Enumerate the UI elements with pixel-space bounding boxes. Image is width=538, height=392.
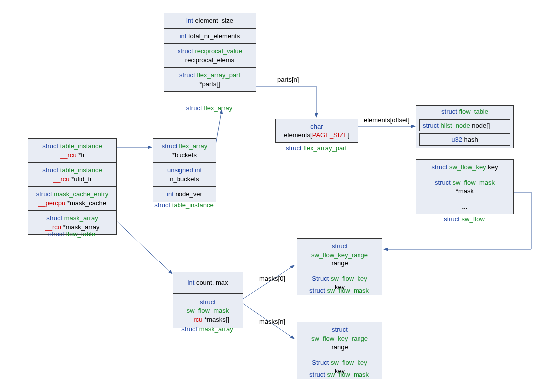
kw: struct xyxy=(441,108,457,115)
elements-offset-label: elements[offset] xyxy=(364,116,410,124)
type: hlist_node xyxy=(440,122,470,129)
kw: struct xyxy=(162,142,178,150)
sw-flow-caption: struct sw_flow xyxy=(416,215,513,223)
kw: struct xyxy=(435,179,451,186)
field: node_ver xyxy=(176,190,202,198)
kw: struct xyxy=(46,214,62,222)
field: *mask_array xyxy=(63,223,100,231)
kw: struct xyxy=(42,166,58,174)
kw: int xyxy=(188,279,195,286)
type: flex_array xyxy=(179,142,207,150)
kw: struct xyxy=(332,326,348,333)
sw-flow-mask-caption-2: struct sw_flow_mask xyxy=(297,371,381,378)
mask-array-caption: struct mask_array xyxy=(173,325,242,333)
kw: struct xyxy=(42,142,58,150)
table-instance-caption: struct table_instance xyxy=(143,201,225,209)
field: *parts[] xyxy=(199,80,220,88)
field: range xyxy=(331,260,348,267)
field: hash xyxy=(464,136,478,143)
kw: int xyxy=(186,17,193,24)
attr: __percpu xyxy=(38,199,65,207)
type: sw_flow_mask xyxy=(452,179,495,186)
type: sw_flow_key xyxy=(331,359,367,366)
mask-array-box: int count, max structsw_flow_mask__rcu *… xyxy=(173,272,243,328)
masks-0-label: masks[0] xyxy=(259,275,285,282)
kw: char xyxy=(310,123,323,130)
field: element_size xyxy=(195,17,233,24)
type: flex_array_part xyxy=(197,71,240,79)
flow-table-caption: struct flow_table xyxy=(28,230,116,238)
type: mask_array xyxy=(64,214,98,222)
field: *masks[] xyxy=(204,316,229,323)
field: *ti xyxy=(78,151,84,159)
flex-array-part-caption: struct flex_array_part xyxy=(275,144,357,152)
sw-flow-box: struct sw_flow_key key struct sw_flow_ma… xyxy=(416,159,514,214)
page-size: PAGE_SIZE xyxy=(312,131,348,139)
type: sw_flow_key_range xyxy=(311,335,368,342)
kw: struct xyxy=(332,242,348,250)
field: elements[ xyxy=(284,131,312,139)
field: *ufid_ti xyxy=(71,175,91,183)
kw: struct xyxy=(36,190,52,198)
kw: struct xyxy=(179,71,195,79)
field: n_buckets xyxy=(170,175,199,183)
field: reciprocal_elems xyxy=(185,56,234,64)
field: *buckets xyxy=(172,151,197,159)
type: sw_flow_key xyxy=(331,275,367,282)
attr: __rcu xyxy=(60,151,77,159)
type: reciprocal_value xyxy=(195,47,242,55)
kw: struct xyxy=(432,163,448,171)
type: sw_flow_mask xyxy=(187,307,229,314)
type: sw_flow_key_range xyxy=(311,251,368,259)
table-instance-box: struct flex_array*buckets unsigned intn_… xyxy=(153,138,216,202)
kw: struct xyxy=(423,122,439,129)
kw: u32 xyxy=(451,136,462,143)
kw: unsigned int xyxy=(167,166,202,174)
masks-n-label: masks[n] xyxy=(259,318,285,325)
attr: __rcu xyxy=(45,223,61,231)
svg-line-6 xyxy=(116,220,172,274)
kw: struct xyxy=(178,47,193,55)
type: table_instance xyxy=(60,166,102,174)
sw-flow-mask-caption-1: struct sw_flow_mask xyxy=(297,287,381,294)
flex-array-box: int element_size int total_nr_elements s… xyxy=(164,13,256,92)
kw: Struct xyxy=(312,359,329,366)
flow-table-box: struct table_instance__rcu *ti struct ta… xyxy=(28,138,117,235)
close-bracket: ] xyxy=(348,131,350,139)
kw: int xyxy=(180,32,187,40)
attr: __rcu xyxy=(53,175,70,183)
kw: Struct xyxy=(312,275,329,282)
type: flow_table xyxy=(459,108,488,115)
type: sw_flow_key xyxy=(449,163,486,171)
field: key xyxy=(488,163,498,171)
parts-n-label: parts[n] xyxy=(277,76,299,83)
ellipsis: ... xyxy=(462,203,468,210)
field: node[] xyxy=(472,122,490,129)
type: mask_cache_entry xyxy=(54,190,108,198)
field: range xyxy=(331,343,348,351)
sw-flow-top-box: struct flow_table struct hlist_node node… xyxy=(416,105,514,148)
attr: __rcu xyxy=(186,316,203,323)
field: count, max xyxy=(196,279,228,286)
field: *mask_cache xyxy=(67,199,106,207)
field: total_nr_elements xyxy=(188,32,240,40)
field: *mask xyxy=(456,187,474,195)
flex-array-caption: struct flex_array xyxy=(164,104,255,112)
kw: struct xyxy=(200,298,216,306)
type: table_instance xyxy=(60,142,102,150)
flex-array-part-box: char elements[PAGE_SIZE] xyxy=(275,119,358,143)
kw: int xyxy=(167,190,174,198)
